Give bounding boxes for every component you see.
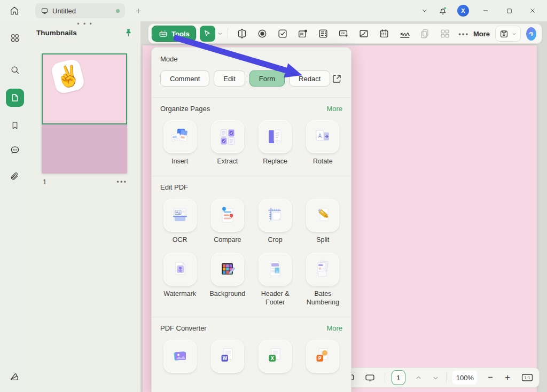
tool-watermark[interactable]: Watermark [157,253,203,307]
bates-numbering-icon: 00123 [306,253,339,286]
thumb-more-icon[interactable]: ••• [116,178,127,186]
push-button-icon: OK [338,28,349,40]
ocr-icon: Aa [163,199,197,232]
mode-redact-button[interactable]: Redact [289,70,330,87]
tools-button[interactable]: Tools [152,26,196,42]
tools-button-label: Tools [171,30,190,38]
mode-label: Mode [160,55,342,63]
swatches-icon[interactable] [9,371,20,385]
tool-crop[interactable]: Crop [252,199,298,245]
save-button-group[interactable] [495,26,521,42]
grid-view-icon [10,33,20,43]
page-number-input[interactable]: 1 [392,370,405,385]
combo-box-tool-button[interactable] [294,26,312,42]
grid-layout-tool-button [436,26,454,42]
new-tab-button[interactable] [132,5,144,17]
tool-ocr[interactable]: AaOCR [157,199,203,245]
radio-button-tool-button[interactable] [253,26,271,42]
pointer-chevron-icon[interactable] [217,30,223,37]
section-title: Organize Pages [160,105,210,113]
tool-header-footer[interactable]: Header & Footer [252,253,298,307]
panel-drag-handle[interactable]: • • • [29,21,140,27]
sidebar-comment-button[interactable] [6,141,24,159]
comment-icon [10,145,20,155]
more-tools-button[interactable]: ••• More [458,30,490,38]
thumbnails-title: Thumbnails [36,29,77,37]
document-tab[interactable]: Untitled [35,3,125,18]
user-avatar[interactable]: X [457,5,469,17]
header-footer-icon [259,253,292,286]
tool-compare[interactable]: Compare [205,199,251,245]
image-field-icon [358,28,370,40]
minimize-button[interactable] [479,4,493,18]
compare-icon [211,199,244,232]
tool-pdf-to-word[interactable]: W [205,340,251,373]
mode-comment-button[interactable]: Comment [160,70,209,87]
bottombar-divider [446,372,447,383]
svg-text:A: A [318,133,322,139]
sidebar-attachment-button[interactable] [6,168,24,186]
pin-icon[interactable] [123,28,134,38]
select-tool-button[interactable] [200,26,215,42]
maximize-button[interactable] [502,4,516,18]
checkbox-tool-button[interactable] [274,26,292,42]
tool-background[interactable]: Background [205,253,251,307]
unsaved-dot [116,9,120,13]
zoom-out-button[interactable]: − [486,372,494,383]
sidebar-bookmark-button[interactable] [6,116,24,135]
tool-pdf-to-excel[interactable]: X [252,340,298,373]
tool-insert[interactable]: Insert [157,120,203,166]
extract-icon [211,120,244,153]
list-box-tool-button[interactable] [314,26,332,42]
sidebar-search-button[interactable] [6,61,24,79]
replace-icon [259,120,292,153]
tool-bates-numbering[interactable]: 00123Bates Numbering [300,253,346,307]
notifications-bell-icon[interactable] [438,6,448,15]
sidebar-thumbnails-button[interactable] [6,89,24,107]
ai-assistant-button[interactable] [526,27,536,41]
image-field-tool-button[interactable] [355,26,373,42]
date-field-tool-button[interactable] [375,26,393,42]
tool-replace[interactable]: Replace [252,120,298,166]
date-field-icon [378,28,390,40]
home-button[interactable] [6,3,22,19]
thumb-page-number: 1 [43,178,46,186]
tools-dropdown-panel: Mode CommentEditFormRedact Organize Page… [151,47,351,392]
tool-split[interactable]: Split [300,199,346,245]
tool-pdf-to-image[interactable] [157,340,203,373]
radio-button-icon [256,28,268,40]
plus-icon [135,7,143,15]
text-field-icon [236,28,248,40]
tool-extract[interactable]: Extract [205,120,251,166]
pdf-to-word-icon: W [211,340,244,373]
fit-actual-size-button[interactable]: 1:1 [521,372,534,383]
rotate-icon: A [306,120,339,153]
section-more-link[interactable]: More [326,105,342,113]
zoom-in-button[interactable]: + [504,372,512,383]
chevron-down-icon[interactable] [421,7,428,14]
open-in-new-window-icon[interactable] [331,73,342,84]
svg-text:Aa: Aa [176,210,180,215]
tool-pdf-to-ppt[interactable]: P [300,340,346,373]
thumbnails-panel: • • • Thumbnails ✌ 1 ••• [29,21,140,392]
page-thumbnail[interactable]: ✌ [42,53,127,174]
laser-pointer-icon[interactable] [364,372,376,383]
section-title: PDF Converter [160,324,207,332]
close-button[interactable] [526,4,540,18]
mode-form-button[interactable]: Form [249,70,285,87]
tool-label: Extract [217,158,238,166]
ai-swirl-icon [527,30,535,38]
next-page-chevron-icon[interactable] [432,374,440,382]
signature-field-tool-button[interactable] [395,26,413,42]
panel-section: Edit PDFAaOCRCompareCropSplitWatermarkBa… [152,176,351,317]
text-field-tool-button[interactable] [233,26,251,42]
bottom-navigation-bar: 1 100% − + 1:1 [340,367,540,388]
push-button-tool-button[interactable]: OK [334,26,353,42]
section-more-link[interactable]: More [326,324,342,332]
home-icon [9,5,20,16]
tool-rotate[interactable]: ARotate [300,120,346,166]
sidebar-grid-view-button[interactable] [6,29,24,47]
previous-page-chevron-icon[interactable] [415,374,423,382]
zoom-level[interactable]: 100% [452,371,477,385]
mode-edit-button[interactable]: Edit [214,70,245,87]
